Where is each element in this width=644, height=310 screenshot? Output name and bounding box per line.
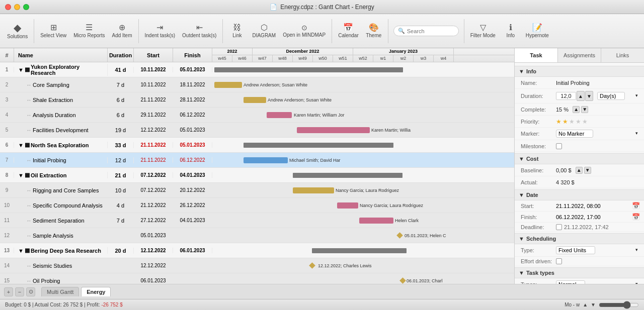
- remove-tab-button[interactable]: −: [15, 287, 24, 296]
- cell-start: 29.11.2022: [134, 112, 173, 118]
- duration-stepper[interactable]: 12,0 ▲ ▼: [556, 91, 593, 101]
- expand-icon[interactable]: ▼: [18, 172, 24, 178]
- star-5[interactable]: ★: [582, 118, 588, 125]
- toolbar-mindmap[interactable]: ⊙ Open in MINDMAP: [280, 22, 329, 40]
- table-row[interactable]: 14 ↔ Seismic Studies 12.12.2022 12.12.20…: [0, 258, 514, 273]
- scheduling-section-header[interactable]: ▼ Scheduling: [515, 233, 644, 244]
- complete-up[interactable]: ▲: [573, 106, 580, 113]
- duration-up[interactable]: ▲: [577, 91, 585, 101]
- table-row[interactable]: 7 ↔ Initial Probing 12 d 21.11.2022 06.1…: [0, 153, 514, 168]
- zoom-tab-button[interactable]: ⊙: [26, 287, 35, 296]
- table-row[interactable]: 5 ↔ Facilities Development 19 d 12.12.20…: [0, 123, 514, 138]
- types-select[interactable]: Normal: [556, 280, 585, 284]
- cost-section-header[interactable]: ▼ Cost: [515, 153, 644, 164]
- cell-start: 12.12.2022: [134, 127, 173, 133]
- search-input[interactable]: [407, 28, 452, 34]
- task-types-section-header[interactable]: ▼ Task types: [515, 267, 644, 278]
- table-row[interactable]: 1 ▼ ▦ Yukon Exploratory Research 41 d 10…: [0, 62, 514, 77]
- toolbar-link[interactable]: ⛓ Link: [226, 22, 248, 40]
- info-section-header[interactable]: ▼ Info: [515, 66, 644, 77]
- gantt-bar-label: Helen Clark: [395, 218, 419, 223]
- toolbar-add-item[interactable]: ⊕ Add Item: [109, 22, 135, 40]
- table-row[interactable]: 4 ↔ Analysis Duration 6 d 29.11.2022 06.…: [0, 108, 514, 123]
- maximize-button[interactable]: [23, 4, 29, 10]
- toolbar-select-view[interactable]: ⊞ Select View: [37, 22, 69, 40]
- gantt-area: # Name Duration Start Finish 2022 Decemb…: [0, 48, 514, 284]
- duration-unit-select[interactable]: Day(s): [597, 92, 625, 100]
- tab-links[interactable]: Links: [601, 48, 644, 62]
- star-3[interactable]: ★: [569, 118, 575, 125]
- toolbar-diagram[interactable]: ⬡ DIAGRAM: [249, 22, 279, 40]
- cell-start: 12.12.2022: [134, 248, 173, 253]
- search-box[interactable]: 🔍: [393, 26, 459, 36]
- effort-value: [556, 258, 640, 264]
- table-row[interactable]: 15 ↔ Oil Probing 06.01.2023 06.01.2023; …: [0, 273, 514, 284]
- complete-down[interactable]: ▼: [581, 106, 588, 113]
- sep3: [222, 19, 223, 43]
- duration-down[interactable]: ▼: [585, 91, 593, 101]
- task-name: Bering Deep Sea Research: [31, 248, 101, 254]
- cell-finish: 28.11.2022: [173, 97, 212, 102]
- expand-icon[interactable]: ▼: [18, 67, 24, 73]
- toolbar-hypernote[interactable]: 📝 Hypernote: [523, 22, 552, 40]
- cell-dur: 7 d: [108, 82, 134, 88]
- zoom-up-icon[interactable]: ▲: [583, 302, 588, 307]
- cell-chart: 12.12.2022; Charles Lewis: [212, 258, 514, 273]
- start-cal-icon[interactable]: 📅: [632, 202, 640, 210]
- cell-finish: 06.12.2022: [173, 112, 212, 118]
- duration-unit-wrap[interactable]: Day(s): [597, 92, 640, 100]
- tab-task[interactable]: Task: [515, 48, 558, 62]
- deadline-checkbox[interactable]: [556, 224, 562, 230]
- table-row[interactable]: 3 ↔ Shale Extraction 6 d 21.11.2022 28.1…: [0, 92, 514, 108]
- window-controls[interactable]: [5, 4, 29, 10]
- zoom-slider[interactable]: [599, 301, 639, 309]
- star-4[interactable]: ★: [576, 118, 581, 125]
- baseline-down[interactable]: ▼: [584, 167, 591, 174]
- minimize-button[interactable]: [14, 4, 20, 10]
- type-select-wrap[interactable]: Fixed Units: [556, 246, 640, 254]
- type-select[interactable]: Fixed Units: [556, 246, 595, 254]
- status-zoom: Mo - w ▲ ▼: [565, 301, 639, 309]
- table-row[interactable]: 13 ▼ ▦ Bering Deep Sea Research 20 d 12.…: [0, 243, 514, 258]
- table-row[interactable]: 9 ↔ Rigging and Core Samples 10 d 07.12.…: [0, 183, 514, 198]
- tab-energy[interactable]: Energy: [81, 287, 111, 296]
- marker-select[interactable]: No Marker: [556, 130, 593, 138]
- date-section-header[interactable]: ▼ Date: [515, 189, 644, 200]
- toolbar-theme[interactable]: 🎨 Theme: [363, 22, 385, 40]
- marker-select-wrap[interactable]: No Marker: [556, 130, 640, 138]
- star-2[interactable]: ★: [562, 118, 568, 125]
- finish-cal-icon[interactable]: 📅: [632, 213, 640, 221]
- table-row[interactable]: 6 ▼ ▦ North Sea Exploration 33 d 21.11.2…: [0, 138, 514, 153]
- baseline-up[interactable]: ▲: [576, 167, 583, 174]
- expand-icon[interactable]: ▼: [18, 142, 24, 148]
- priority-stars[interactable]: ★ ★ ★ ★ ★: [556, 118, 588, 125]
- table-row[interactable]: 2 ↔ Core Sampling 7 d 10.11.2022 18.11.2…: [0, 77, 514, 92]
- profit-label: Profit:: [87, 302, 102, 307]
- tab-assignments[interactable]: Assignments: [558, 48, 601, 62]
- toolbar-outdent[interactable]: ⇤ Outdent task(s): [179, 22, 219, 40]
- expand-icon[interactable]: ▼: [18, 248, 24, 254]
- toolbar-indent[interactable]: ⇥ Indent task(s): [142, 22, 179, 40]
- toolbar-filter[interactable]: ▽ Filter Mode: [467, 22, 499, 40]
- star-1[interactable]: ★: [556, 118, 561, 125]
- milestone-checkbox[interactable]: [556, 143, 562, 149]
- close-button[interactable]: [5, 4, 11, 10]
- toolbar-solutions[interactable]: ◆ # Solutions: [4, 21, 31, 41]
- table-row[interactable]: 11 ↔ Sediment Separation 7 d 27.12.2022 …: [0, 213, 514, 228]
- table-row[interactable]: 12 ↔ Sample Analysis 05.01.2023 05.01.20…: [0, 228, 514, 243]
- gantt-bar: [293, 173, 403, 178]
- effort-checkbox[interactable]: [556, 258, 562, 264]
- actual-value: 4 320 $: [556, 179, 640, 185]
- chart-header-area: 2022 December 2022 January 2023 w45 w46 …: [212, 48, 514, 62]
- toolbar-info[interactable]: ℹ Info: [500, 22, 522, 40]
- add-tab-button[interactable]: +: [4, 287, 13, 296]
- toolbar-micro-reports[interactable]: ☰ Micro Reports: [70, 22, 108, 40]
- table-row[interactable]: 8 ▼ ▦ Oil Extraction 21 d 07.12.2022 04.…: [0, 168, 514, 183]
- duration-input[interactable]: 12,0: [556, 92, 576, 100]
- tab-multi-gantt[interactable]: Multi Gantt: [41, 287, 79, 296]
- name-label: Name:: [521, 80, 556, 86]
- toolbar-calendar[interactable]: 📅 Calendar: [335, 22, 362, 40]
- types-select-wrap[interactable]: Normal: [556, 280, 640, 284]
- table-row[interactable]: 10 ↔ Specific Compound Analysis 4 d 21.1…: [0, 198, 514, 213]
- zoom-down-icon[interactable]: ▼: [591, 302, 596, 307]
